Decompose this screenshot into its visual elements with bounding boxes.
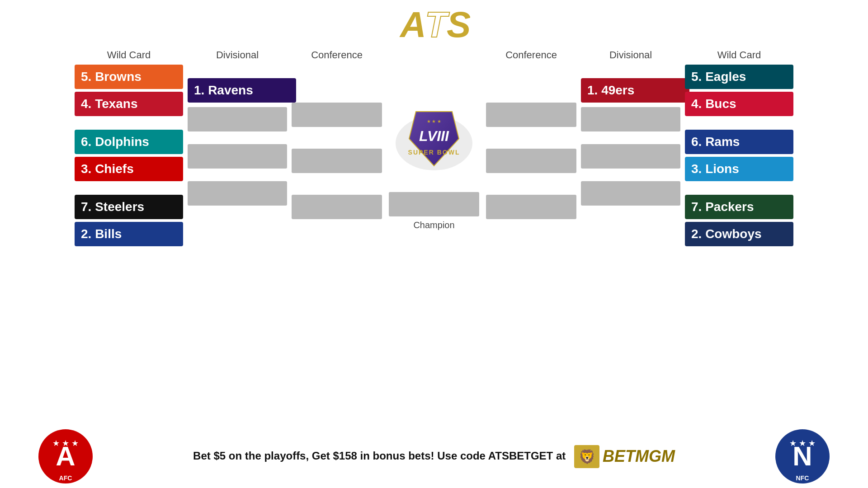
team-slot-eagles: 5. Eagles [685,65,793,89]
divisional-right-col: 1. 49ers [581,65,680,206]
promo-text: Bet $5 on the playoffs, Get $158 in bonu… [193,449,566,461]
conf-left-empty-2 [292,149,382,173]
svg-text:AFC: AFC [59,474,72,482]
afc-logo: A ★ ★ ★ AFC [36,427,95,486]
svg-text:🦁: 🦁 [578,449,595,465]
afc-logo-svg: A ★ ★ ★ AFC [36,427,95,486]
conference-left-col [292,65,382,219]
ats-logo-svg: A T S [398,5,470,45]
col-header-conference-left: Conference [292,49,382,61]
div-right-empty-1 [581,107,680,131]
col-header-conference-right: Conference [486,49,576,61]
champion-slot [389,192,479,216]
col-header-wildcard-right: Wild Card [685,49,793,61]
conf-left-empty-1 [292,103,382,127]
col-header-divisional-left: Divisional [188,49,287,61]
nfc-logo: N ★ ★ ★ NFC [773,427,832,486]
col-header-divisional-right: Divisional [581,49,680,61]
conf-right-empty-1 [486,103,576,127]
team-slot-steelers: 7. Steelers [75,195,183,219]
conference-right-col [486,65,576,219]
svg-text:★ ★ ★: ★ ★ ★ [789,439,816,448]
conf-right-empty-3 [486,195,576,219]
svg-text:★ ★ ★: ★ ★ ★ [52,439,79,448]
team-slot-texans: 4. Texans [75,92,183,116]
team-slot-ravens: 1. Ravens [188,78,296,103]
svg-text:T: T [425,5,450,45]
center-col: LVIII SUPER BOWL ★ ★ ★ Champion [384,65,484,230]
team-slot-chiefs: 3. Chiefs [75,157,183,181]
team-slot-cowboys: 2. Cowboys [685,222,793,246]
champion-label: Champion [413,220,454,230]
team-slot-rams: 6. Rams [685,130,793,154]
conf-right-empty-2 [486,149,576,173]
div-left-empty-2 [188,144,287,169]
betmgm-text: BETMGM [603,447,675,466]
nfc-logo-svg: N ★ ★ ★ NFC [773,427,832,486]
col-header-wildcard-left: Wild Card [75,49,183,61]
svg-text:★ ★ ★: ★ ★ ★ [427,119,442,124]
svg-text:S: S [447,5,470,45]
conf-left-empty-3 [292,195,382,219]
svg-text:LVIII: LVIII [419,128,449,144]
team-slot-bucs: 4. Bucs [685,92,793,116]
promo-bar: Bet $5 on the playoffs, Get $158 in bonu… [95,444,773,469]
team-slot-packers: 7. Packers [685,195,793,219]
superbowl-svg: LVIII SUPER BOWL ★ ★ ★ [389,103,479,184]
svg-text:A: A [399,5,426,45]
div-left-empty-1 [188,107,287,131]
team-slot-bills: 2. Bills [75,222,183,246]
header: A T S [0,0,868,49]
div-right-empty-2 [581,144,680,169]
wildcard-left-col: 5. Browns 4. Texans 6. Dolphins 3. Chief… [75,65,183,247]
page: A T S Wild Card Divisional Conference Co… [0,0,868,488]
svg-text:SUPER BOWL: SUPER BOWL [408,149,460,156]
ats-logo: A T S [398,5,470,47]
div-left-empty-3 [188,181,287,206]
superbowl-logo: LVIII SUPER BOWL ★ ★ ★ [389,103,479,184]
betmgm-logo-inline: 🦁 BETMGM [573,444,675,469]
team-slot-browns: 5. Browns [75,65,183,89]
team-slot-dolphins: 6. Dolphins [75,130,183,154]
team-slot-49ers: 1. 49ers [581,78,689,103]
betmgm-lion-icon: 🦁 [573,444,600,469]
wildcard-right-col: 5. Eagles 4. Bucs 6. Rams 3. Lions 7. Pa… [685,65,793,247]
team-slot-lions: 3. Lions [685,157,793,181]
svg-text:NFC: NFC [796,474,809,482]
divisional-left-col: 1. Ravens [188,65,287,206]
div-right-empty-3 [581,181,680,206]
